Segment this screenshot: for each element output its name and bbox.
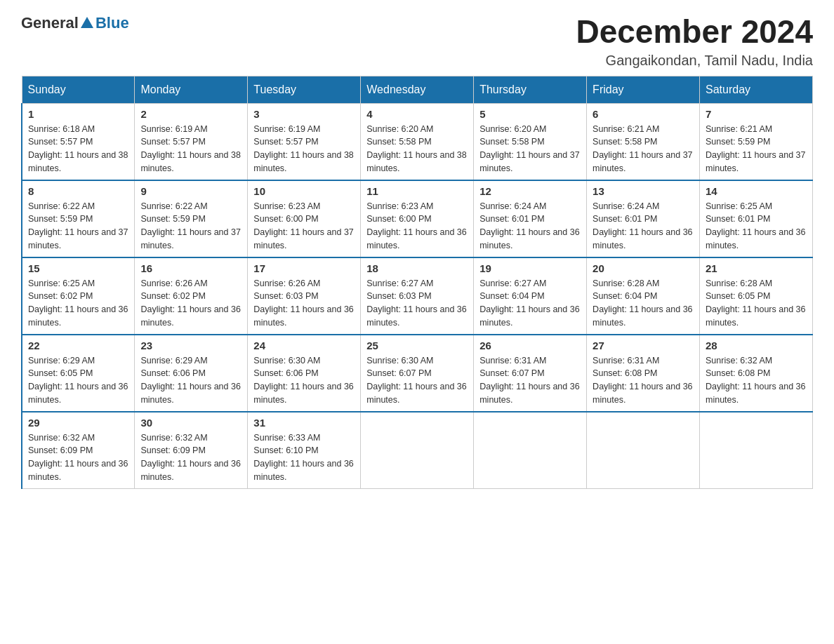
calendar-cell: 9 Sunrise: 6:22 AM Sunset: 5:59 PM Dayli…	[135, 180, 248, 257]
sunset-label: Sunset: 6:07 PM	[366, 368, 431, 378]
daylight-label: Daylight: 11 hours and 36 minutes.	[28, 382, 128, 405]
logo-triangle-icon	[79, 15, 95, 31]
sunset-label: Sunset: 6:04 PM	[479, 291, 544, 301]
sunrise-label: Sunrise: 6:20 AM	[366, 124, 433, 134]
day-info: Sunrise: 6:30 AM Sunset: 6:06 PM Dayligh…	[253, 354, 355, 407]
day-info: Sunrise: 6:25 AM Sunset: 6:01 PM Dayligh…	[706, 200, 807, 253]
day-number: 25	[366, 340, 468, 351]
day-info: Sunrise: 6:27 AM Sunset: 6:03 PM Dayligh…	[366, 277, 468, 330]
calendar-week-row: 29 Sunrise: 6:32 AM Sunset: 6:09 PM Dayl…	[22, 412, 813, 489]
day-info: Sunrise: 6:26 AM Sunset: 6:03 PM Dayligh…	[253, 277, 355, 330]
day-number: 20	[593, 262, 694, 274]
sunrise-label: Sunrise: 6:33 AM	[253, 433, 320, 443]
sunrise-label: Sunrise: 6:27 AM	[366, 279, 433, 288]
day-info: Sunrise: 6:24 AM Sunset: 6:01 PM Dayligh…	[479, 200, 581, 253]
day-info: Sunrise: 6:21 AM Sunset: 5:58 PM Dayligh…	[593, 123, 694, 175]
page-header: General Blue December 2024 Gangaikondan,…	[21, 14, 813, 69]
daylight-label: Daylight: 11 hours and 36 minutes.	[479, 382, 579, 405]
sunrise-label: Sunrise: 6:30 AM	[253, 356, 320, 365]
day-info: Sunrise: 6:24 AM Sunset: 6:01 PM Dayligh…	[593, 200, 694, 253]
daylight-label: Daylight: 11 hours and 38 minutes.	[140, 150, 240, 173]
calendar-cell: 10 Sunrise: 6:23 AM Sunset: 6:00 PM Dayl…	[248, 180, 361, 257]
day-info: Sunrise: 6:23 AM Sunset: 6:00 PM Dayligh…	[366, 200, 468, 253]
calendar-cell: 11 Sunrise: 6:23 AM Sunset: 6:00 PM Dayl…	[361, 180, 474, 257]
column-header-monday: Monday	[135, 76, 248, 103]
day-number: 7	[706, 108, 807, 120]
calendar-cell: 31 Sunrise: 6:33 AM Sunset: 6:10 PM Dayl…	[248, 412, 361, 489]
calendar-cell: 12 Sunrise: 6:24 AM Sunset: 6:01 PM Dayl…	[474, 180, 587, 257]
daylight-label: Daylight: 11 hours and 36 minutes.	[366, 382, 466, 405]
title-area: December 2024 Gangaikondan, Tamil Nadu, …	[576, 14, 813, 69]
day-info: Sunrise: 6:28 AM Sunset: 6:05 PM Dayligh…	[706, 277, 807, 330]
sunrise-label: Sunrise: 6:29 AM	[28, 356, 95, 365]
location-title: Gangaikondan, Tamil Nadu, India	[576, 53, 813, 69]
sunrise-label: Sunrise: 6:23 AM	[253, 201, 320, 211]
sunset-label: Sunset: 6:04 PM	[593, 291, 657, 301]
calendar-cell: 23 Sunrise: 6:29 AM Sunset: 6:06 PM Dayl…	[135, 335, 248, 412]
calendar-cell	[587, 412, 700, 489]
day-number: 23	[140, 340, 241, 351]
day-number: 21	[706, 262, 807, 274]
day-number: 9	[140, 185, 241, 197]
day-info: Sunrise: 6:29 AM Sunset: 6:06 PM Dayligh…	[140, 354, 241, 407]
sunrise-label: Sunrise: 6:26 AM	[253, 279, 320, 288]
sunset-label: Sunset: 5:58 PM	[366, 137, 431, 147]
daylight-label: Daylight: 11 hours and 36 minutes.	[706, 382, 805, 405]
sunset-label: Sunset: 6:01 PM	[593, 214, 657, 224]
day-number: 12	[479, 185, 581, 197]
column-header-tuesday: Tuesday	[248, 76, 361, 103]
daylight-label: Daylight: 11 hours and 36 minutes.	[140, 382, 240, 405]
month-title: December 2024	[576, 14, 813, 50]
sunset-label: Sunset: 6:00 PM	[366, 214, 431, 224]
sunset-label: Sunset: 5:59 PM	[28, 214, 93, 224]
calendar-cell: 29 Sunrise: 6:32 AM Sunset: 6:09 PM Dayl…	[22, 412, 135, 489]
sunrise-label: Sunrise: 6:27 AM	[479, 279, 546, 288]
day-number: 10	[253, 185, 355, 197]
sunrise-label: Sunrise: 6:29 AM	[140, 356, 207, 365]
calendar-table: SundayMondayTuesdayWednesdayThursdayFrid…	[21, 76, 813, 489]
column-header-sunday: Sunday	[22, 76, 135, 103]
sunrise-label: Sunrise: 6:21 AM	[706, 124, 772, 134]
sunrise-label: Sunrise: 6:24 AM	[479, 201, 546, 211]
calendar-cell: 14 Sunrise: 6:25 AM Sunset: 6:01 PM Dayl…	[700, 180, 813, 257]
day-info: Sunrise: 6:23 AM Sunset: 6:00 PM Dayligh…	[253, 200, 355, 253]
daylight-label: Daylight: 11 hours and 37 minutes.	[593, 150, 692, 173]
sunrise-label: Sunrise: 6:20 AM	[479, 124, 546, 134]
logo: General Blue	[21, 14, 129, 32]
sunset-label: Sunset: 6:08 PM	[706, 368, 770, 378]
day-number: 31	[253, 417, 355, 429]
sunrise-label: Sunrise: 6:19 AM	[253, 124, 320, 134]
day-info: Sunrise: 6:28 AM Sunset: 6:04 PM Dayligh…	[593, 277, 694, 330]
day-info: Sunrise: 6:22 AM Sunset: 5:59 PM Dayligh…	[28, 200, 128, 253]
calendar-cell	[474, 412, 587, 489]
calendar-cell: 4 Sunrise: 6:20 AM Sunset: 5:58 PM Dayli…	[361, 103, 474, 180]
daylight-label: Daylight: 11 hours and 36 minutes.	[706, 227, 805, 250]
logo-general: General	[21, 14, 79, 32]
daylight-label: Daylight: 11 hours and 37 minutes.	[253, 227, 353, 250]
daylight-label: Daylight: 11 hours and 36 minutes.	[366, 304, 466, 328]
daylight-label: Daylight: 11 hours and 36 minutes.	[28, 459, 128, 482]
day-info: Sunrise: 6:21 AM Sunset: 5:59 PM Dayligh…	[706, 123, 807, 175]
sunrise-label: Sunrise: 6:32 AM	[140, 433, 207, 443]
sunset-label: Sunset: 5:58 PM	[593, 137, 657, 147]
day-info: Sunrise: 6:30 AM Sunset: 6:07 PM Dayligh…	[366, 354, 468, 407]
daylight-label: Daylight: 11 hours and 37 minutes.	[706, 150, 805, 173]
column-header-saturday: Saturday	[700, 76, 813, 103]
day-info: Sunrise: 6:20 AM Sunset: 5:58 PM Dayligh…	[366, 123, 468, 175]
sunset-label: Sunset: 6:01 PM	[706, 214, 770, 224]
day-number: 4	[366, 108, 468, 120]
calendar-cell: 13 Sunrise: 6:24 AM Sunset: 6:01 PM Dayl…	[587, 180, 700, 257]
day-info: Sunrise: 6:33 AM Sunset: 6:10 PM Dayligh…	[253, 431, 355, 484]
sunset-label: Sunset: 6:06 PM	[140, 368, 205, 378]
day-number: 1	[28, 108, 128, 120]
calendar-cell: 15 Sunrise: 6:25 AM Sunset: 6:02 PM Dayl…	[22, 257, 135, 335]
daylight-label: Daylight: 11 hours and 36 minutes.	[253, 304, 353, 328]
day-info: Sunrise: 6:27 AM Sunset: 6:04 PM Dayligh…	[479, 277, 581, 330]
daylight-label: Daylight: 11 hours and 36 minutes.	[706, 304, 805, 328]
sunrise-label: Sunrise: 6:30 AM	[366, 356, 433, 365]
sunset-label: Sunset: 6:09 PM	[140, 445, 205, 455]
daylight-label: Daylight: 11 hours and 36 minutes.	[140, 304, 240, 328]
sunset-label: Sunset: 5:57 PM	[253, 137, 318, 147]
daylight-label: Daylight: 11 hours and 37 minutes.	[140, 227, 240, 250]
calendar-cell: 28 Sunrise: 6:32 AM Sunset: 6:08 PM Dayl…	[700, 335, 813, 412]
